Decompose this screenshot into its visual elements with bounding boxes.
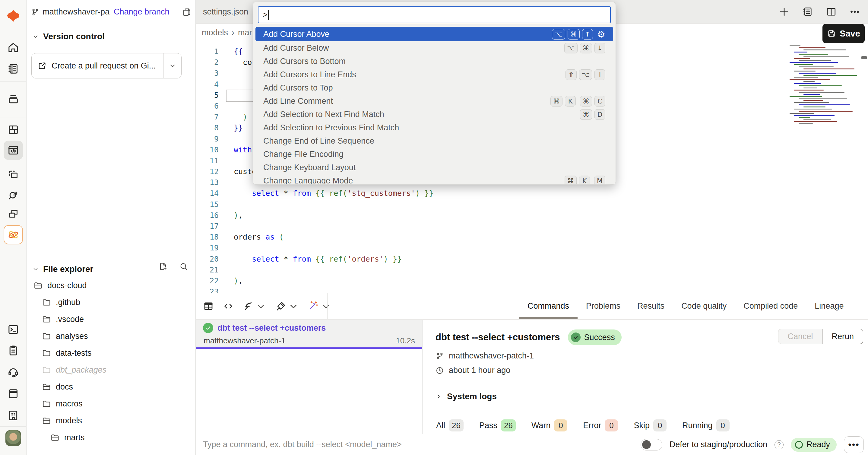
create-pr-button[interactable]: Create a pull request on Gi... [32,53,163,78]
command-palette-item[interactable]: Add Cursors to Bottom [255,55,613,68]
file-tree-item[interactable]: .github [27,294,195,311]
history-item[interactable]: dbt test --select +customers matthewshav… [196,320,422,349]
code-line[interactable]: 20 select * from {{ ref('orders') }} [196,254,868,265]
command-palette-item[interactable]: Add Cursors to Line Ends ⇧⌥I [255,68,613,81]
panel-tab[interactable]: Commands [527,293,569,319]
command-palette-item[interactable]: Add Cursors to Top [255,81,613,94]
format-icon[interactable] [275,301,286,312]
command-palette-item[interactable]: Add Selection to Next Find Match ⌘D [255,108,613,121]
panel-tab[interactable]: Problems [586,293,620,319]
clipboard-icon[interactable] [4,341,23,360]
rerun-button[interactable]: Rerun [822,329,863,344]
windows-icon[interactable] [4,204,23,223]
file-tree-item[interactable]: docs [27,378,195,395]
more-options-button[interactable]: ••• [844,436,864,453]
command-input[interactable]: Type a command, ex. dbt build --select <… [203,434,402,455]
panel-tab[interactable]: Lineage [815,293,843,319]
code-line[interactable]: 16 ), [196,210,868,221]
file-explorer-header[interactable]: File explorer [32,264,93,274]
file-tree-item[interactable]: .vscode [27,311,195,328]
code-line[interactable]: 18 orders as ( [196,232,868,243]
command-palette-item[interactable]: Change File Encoding [255,148,613,161]
command-palette-item[interactable]: Add Line Comment ⌘K ⌘C [255,94,613,108]
chevron-down-icon[interactable] [288,301,299,312]
file-name: data-tests [56,348,92,358]
command-palette-item[interactable]: Change Keyboard Layout [255,161,613,174]
count-item[interactable]: Warn 0 [531,419,568,431]
home-icon[interactable] [4,38,23,57]
notebook-icon[interactable] [4,59,23,79]
change-branch-link[interactable]: Change branch [114,7,169,17]
file-tree-item[interactable]: macros [27,395,195,412]
code-line[interactable]: 23 [196,286,868,293]
cancel-button[interactable]: Cancel [778,329,822,344]
file-tree-item[interactable]: docs-cloud [27,277,195,294]
command-palette-item[interactable]: Add Cursor Above ⌥⌘↑ ⚙ [255,27,613,41]
file-list-icon[interactable] [802,6,813,17]
compile-code-icon[interactable] [223,301,234,312]
file-tree-item[interactable]: marts [27,429,195,446]
line-number: 9 [196,134,225,145]
docs-book-icon[interactable] [4,384,23,403]
panel-tab[interactable]: Results [637,293,664,319]
line-number: 5 [196,90,225,101]
count-item[interactable]: Skip 0 [634,419,666,431]
line-text: }} [234,122,243,133]
create-pr-dropdown[interactable] [163,53,181,78]
file-tree-item[interactable]: models [27,412,195,429]
code-line[interactable]: 19 [196,243,868,253]
count-item[interactable]: Pass 26 [479,419,516,431]
minimap[interactable] [789,45,860,128]
command-palette-item[interactable]: Change End of Line Sequence [255,134,613,148]
indent-guide [239,58,239,123]
help-icon[interactable]: ? [775,440,783,449]
panel-tab[interactable]: Code quality [681,293,726,319]
copy-icon[interactable] [182,7,191,17]
file-tree-item[interactable]: dbt_packages [27,361,195,378]
code-editor-icon[interactable] [4,141,23,160]
file-tree-item[interactable]: analyses [27,328,195,344]
user-avatar[interactable] [4,428,23,448]
code-line[interactable]: 17 [196,221,868,232]
defer-toggle[interactable] [641,439,662,451]
terminal-icon[interactable] [4,320,23,339]
code-line[interactable]: 22 ), [196,275,868,286]
frame-select-icon[interactable] [4,165,23,184]
command-palette-item[interactable]: Add Cursor Below ⌥⌘↓ [255,41,613,55]
new-tab-icon[interactable] [779,6,789,17]
more-options-icon[interactable] [849,6,860,17]
tab-settings-json[interactable]: settings.json [203,0,248,24]
version-control-header[interactable]: Version control [32,32,105,41]
panel-tab[interactable]: Compiled code [743,293,798,319]
headset-icon[interactable] [4,362,23,382]
scrollbar-thumb[interactable] [861,56,867,59]
dbt-copilot-atom-icon[interactable] [4,225,23,244]
system-logs-toggle[interactable]: System logs [435,392,497,401]
ai-fix-wand-icon[interactable] [308,300,319,312]
count-item[interactable]: Running 0 [682,419,730,431]
new-file-icon[interactable] [159,262,168,271]
chevron-down-icon[interactable] [320,301,332,312]
count-item[interactable]: All 26 [436,419,464,431]
save-button[interactable]: Save [823,24,865,43]
organization-icon[interactable] [4,406,23,425]
search-icon[interactable] [179,262,188,271]
build-docs-icon[interactable] [243,301,254,312]
line-number: 6 [196,101,225,112]
dbt-logo-icon[interactable] [4,6,23,25]
code-line[interactable]: 15 [196,199,868,210]
file-tree-item[interactable]: data-tests [27,344,195,361]
stack-icon[interactable] [4,90,23,109]
code-line[interactable]: 21 [196,265,868,275]
command-palette-item[interactable]: Add Selection to Previous Find Match [255,121,613,134]
chevron-down-icon[interactable] [255,301,266,312]
command-palette-input[interactable]: > [258,6,611,23]
dashboard-grid-icon[interactable] [4,120,23,140]
count-item[interactable]: Error 0 [583,419,618,431]
split-editor-icon[interactable] [826,6,837,17]
code-line[interactable]: 14 select * from {{ ref('stg_customers')… [196,188,868,199]
gear-icon[interactable]: ⚙ [597,29,605,39]
results-table-icon[interactable] [203,301,214,312]
search-insights-icon[interactable] [4,185,23,205]
command-palette-item[interactable]: Change Language Mode ⌘K M [255,174,613,185]
